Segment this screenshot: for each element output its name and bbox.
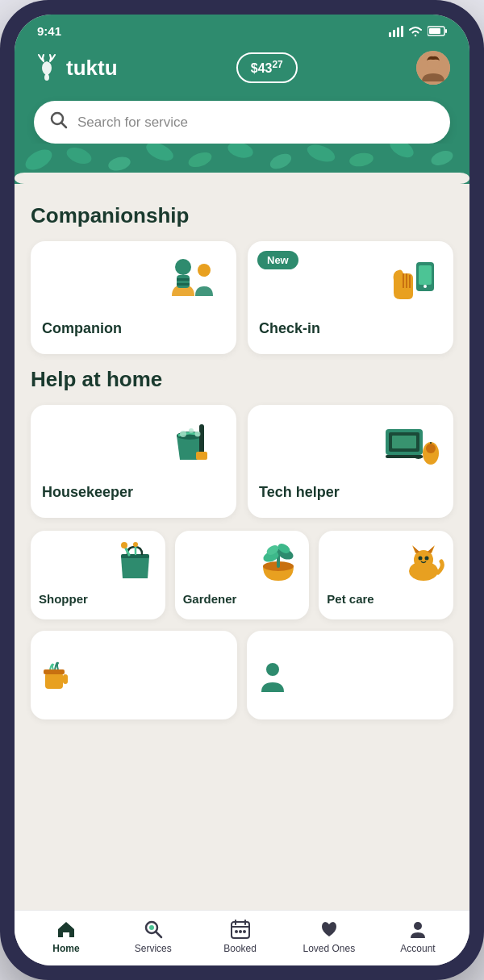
petcare-card[interactable]: Pet care bbox=[319, 531, 453, 619]
svg-point-51 bbox=[133, 542, 138, 547]
nav-services[interactable]: Services bbox=[129, 919, 177, 954]
nav-account[interactable]: Account bbox=[394, 919, 442, 954]
petcare-icon-area bbox=[327, 542, 445, 582]
logo-icon bbox=[34, 53, 60, 82]
svg-rect-26 bbox=[177, 275, 190, 288]
partial-card-2[interactable] bbox=[247, 631, 453, 719]
svg-point-50 bbox=[121, 542, 127, 548]
leaf-decoration bbox=[15, 144, 469, 184]
svg-rect-67 bbox=[63, 674, 68, 684]
svg-line-72 bbox=[156, 932, 161, 937]
techhelper-card[interactable]: Tech helper bbox=[248, 405, 453, 518]
housekeeper-label: Housekeeper bbox=[42, 484, 133, 501]
svg-rect-1 bbox=[393, 30, 395, 37]
checkin-card[interactable]: New bbox=[248, 241, 453, 354]
avatar[interactable] bbox=[416, 51, 450, 85]
svg-rect-31 bbox=[419, 265, 432, 285]
app-logo: tuktu bbox=[34, 53, 118, 82]
checkin-icon-area bbox=[259, 256, 442, 304]
svg-point-77 bbox=[235, 930, 238, 933]
status-time: 9:41 bbox=[37, 24, 61, 38]
search-bar[interactable]: Search for service bbox=[34, 101, 450, 144]
partial-card-1[interactable] bbox=[31, 631, 237, 719]
services-icon bbox=[143, 919, 164, 940]
svg-line-12 bbox=[61, 123, 66, 127]
nav-booked-label: Booked bbox=[223, 943, 257, 954]
search-placeholder: Search for service bbox=[77, 115, 188, 131]
svg-rect-28 bbox=[177, 283, 190, 286]
helpathome-large-cards: Housekeeper bbox=[31, 405, 453, 518]
home-icon bbox=[56, 919, 77, 940]
svg-rect-0 bbox=[389, 32, 391, 37]
bottom-nav: Home Services bbox=[15, 910, 469, 965]
shopper-icon-area bbox=[39, 542, 157, 582]
gardener-illustration bbox=[257, 542, 301, 582]
header: tuktu $4327 bbox=[15, 43, 469, 101]
companion-icon-area bbox=[42, 256, 225, 304]
partial-card-2-icon bbox=[255, 658, 291, 694]
svg-point-41 bbox=[195, 432, 201, 437]
helpathome-small-cards: Shopper bbox=[31, 531, 453, 619]
nav-home[interactable]: Home bbox=[42, 919, 90, 954]
partial-cards bbox=[31, 631, 453, 719]
svg-point-40 bbox=[189, 428, 194, 433]
balance-badge[interactable]: $4327 bbox=[236, 52, 298, 82]
svg-point-18 bbox=[226, 144, 255, 161]
svg-point-69 bbox=[266, 663, 279, 676]
svg-rect-66 bbox=[45, 673, 63, 689]
nav-home-label: Home bbox=[52, 943, 79, 954]
svg-point-79 bbox=[243, 930, 246, 933]
avatar-image bbox=[416, 51, 450, 85]
petcare-label: Pet care bbox=[327, 592, 373, 606]
checkin-illustration bbox=[386, 256, 442, 304]
svg-point-78 bbox=[239, 930, 242, 933]
shopper-label: Shopper bbox=[39, 592, 88, 606]
svg-rect-45 bbox=[392, 436, 416, 448]
svg-point-23 bbox=[429, 148, 455, 169]
nav-lovedones[interactable]: Loved Ones bbox=[302, 919, 355, 954]
partial-card-1-icon bbox=[39, 658, 75, 694]
petcare-illustration bbox=[401, 542, 445, 582]
svg-point-62 bbox=[419, 557, 423, 561]
techhelper-illustration bbox=[378, 419, 442, 468]
svg-rect-3 bbox=[401, 26, 403, 37]
svg-rect-38 bbox=[196, 452, 207, 460]
svg-point-21 bbox=[348, 152, 374, 169]
account-icon bbox=[407, 919, 428, 940]
housekeeper-illustration bbox=[161, 419, 225, 468]
svg-point-47 bbox=[426, 444, 436, 453]
svg-point-15 bbox=[106, 155, 131, 173]
svg-rect-2 bbox=[397, 27, 399, 37]
techhelper-icon-area bbox=[259, 419, 442, 468]
svg-point-17 bbox=[186, 149, 214, 169]
svg-point-39 bbox=[180, 431, 186, 437]
housekeeper-card[interactable]: Housekeeper bbox=[31, 405, 236, 518]
nav-booked[interactable]: Booked bbox=[216, 919, 265, 954]
gardener-card[interactable]: Gardener bbox=[175, 531, 310, 619]
helpathome-title: Help at home bbox=[31, 367, 453, 392]
status-bar: 9:41 bbox=[15, 15, 469, 43]
app-name: tuktu bbox=[66, 56, 118, 81]
svg-point-25 bbox=[175, 259, 191, 275]
status-icons bbox=[389, 26, 447, 37]
phone-frame: 9:41 bbox=[0, 0, 484, 980]
gardener-icon-area bbox=[183, 542, 302, 582]
balance-cents: 27 bbox=[272, 59, 282, 70]
nav-account-label: Account bbox=[400, 943, 435, 954]
lovedones-icon bbox=[319, 919, 340, 940]
companion-card[interactable]: Companion bbox=[31, 241, 236, 354]
shopper-card[interactable]: Shopper bbox=[31, 531, 165, 619]
techhelper-label: Tech helper bbox=[259, 484, 340, 501]
wifi-icon bbox=[408, 26, 423, 37]
signal-icon bbox=[389, 26, 403, 37]
checkin-label: Check-in bbox=[259, 320, 320, 337]
companion-label: Companion bbox=[42, 320, 122, 337]
svg-point-22 bbox=[387, 144, 417, 161]
housekeeper-icon-area bbox=[42, 419, 225, 468]
balance-amount: $43 bbox=[251, 62, 273, 76]
companion-illustration bbox=[161, 256, 225, 304]
search-area: Search for service bbox=[15, 101, 469, 144]
gardener-label: Gardener bbox=[183, 592, 237, 606]
svg-point-71 bbox=[149, 925, 154, 930]
search-icon bbox=[50, 111, 68, 133]
